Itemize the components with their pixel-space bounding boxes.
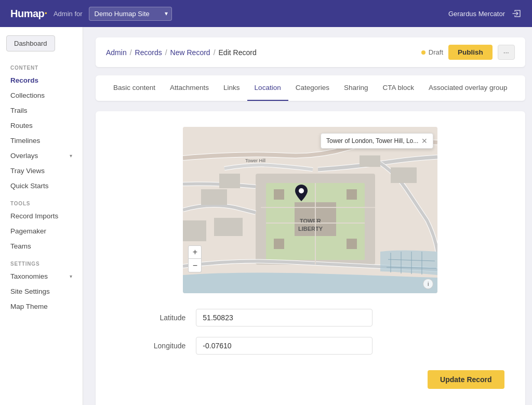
sidebar-item-timelines[interactable]: Timelines [0,133,83,148]
sidebar-item-site-settings[interactable]: Site Settings [0,284,83,299]
top-nav-right: Gerardus Mercator [448,8,522,19]
sidebar-section-content: CONTENT Records Collections Trails Route… [0,58,83,193]
main-content: Admin / Records / New Record / Edit Reco… [83,27,532,405]
sidebar-item-records[interactable]: Records [0,73,83,88]
svg-rect-18 [219,174,240,188]
logout-icon [511,8,522,19]
zoom-out-button[interactable]: − [188,259,202,272]
sidebar-section-tools: TOOLS Record Imports Pagemaker Teams [0,193,83,254]
map-tooltip-text: Tower of London, Tower Hill, Lo... [326,137,418,145]
top-nav-left: Humap· Admin for Demo Humap Site [10,7,172,21]
svg-rect-9 [347,239,357,249]
location-content: Tower Hill Trinity Sq [96,111,525,405]
draft-dot-icon [421,50,425,55]
latitude-input[interactable] [196,309,373,326]
breadcrumb-new-record[interactable]: New Record [170,48,210,57]
tooltip-close-button[interactable]: ✕ [421,137,428,145]
svg-rect-6 [274,189,284,200]
layout: Dashboard CONTENT Records Collections Tr… [0,27,532,405]
sidebar-item-teams[interactable]: Teams [0,239,83,254]
svg-rect-22 [391,167,417,183]
breadcrumb-sep-3: / [214,48,216,57]
more-options-button[interactable]: ··· [498,45,515,60]
taxonomies-arrow-icon: ▾ [70,273,72,279]
svg-rect-20 [214,218,243,236]
admin-for-label: Admin for [54,10,83,18]
map-svg: Tower Hill Trinity Sq [183,127,437,293]
breadcrumb-admin[interactable]: Admin [106,48,127,57]
sidebar-item-collections[interactable]: Collections [0,88,83,103]
longitude-row: Longitude [134,337,487,355]
map-tooltip: Tower of London, Tower Hill, Lo... ✕ [321,133,433,149]
svg-point-24 [299,188,304,193]
site-selector-wrap: Demo Humap Site [89,7,172,21]
update-record-button[interactable]: Update Record [428,370,504,389]
dashboard-button[interactable]: Dashboard [6,35,55,51]
sidebar-item-record-imports[interactable]: Record Imports [0,208,83,224]
site-selector[interactable]: Demo Humap Site [89,7,172,21]
sidebar-section-settings: SETTINGS Taxonomies ▾ Site Settings Map … [0,254,83,314]
sidebar-section-label-tools: TOOLS [0,193,83,208]
top-nav: Humap· Admin for Demo Humap Site Gerardu… [0,0,532,27]
svg-rect-19 [201,189,227,205]
zoom-in-button[interactable]: + [188,245,202,259]
sidebar-item-routes[interactable]: Routes [0,118,83,133]
logo-text: Humap· [10,7,47,20]
sidebar-item-pagemaker[interactable]: Pagemaker [0,224,83,239]
user-name: Gerardus Mercator [448,10,505,18]
sidebar-item-overlays[interactable]: Overlays ▾ [0,148,83,163]
tab-sharing[interactable]: Sharing [337,75,376,101]
svg-rect-21 [183,220,206,241]
page-header-actions: Draft Publish ··· [421,45,515,60]
tab-associated-overlay-group[interactable]: Associated overlay group [421,75,515,101]
page-header-card: Admin / Records / New Record / Edit Reco… [96,37,525,67]
svg-rect-23 [360,155,380,167]
sidebar-item-map-theme[interactable]: Map Theme [0,299,83,314]
sidebar: Dashboard CONTENT Records Collections Tr… [0,27,83,405]
breadcrumb-sep-1: / [130,48,132,57]
svg-text:LIBERTY: LIBERTY [298,226,323,232]
tab-categories[interactable]: Categories [288,75,337,101]
tab-cta-block[interactable]: CTA block [376,75,422,101]
map-pin [295,185,308,205]
breadcrumb: Admin / Records / New Record / Edit Reco… [106,48,257,57]
latitude-label: Latitude [134,313,196,322]
overlays-arrow-icon: ▾ [70,153,72,159]
svg-rect-7 [347,189,357,200]
tab-attachments[interactable]: Attachments [163,75,216,101]
update-record-wrap: Update Record [116,365,504,389]
map-background: Tower Hill Trinity Sq [183,127,437,293]
draft-badge: Draft [421,48,443,56]
breadcrumb-sep-2: / [165,48,167,57]
logo: Humap· [10,7,47,20]
map-zoom-controls: + − [188,245,202,272]
breadcrumb-records[interactable]: Records [135,48,162,57]
publish-button[interactable]: Publish [448,45,493,60]
sidebar-item-tray-views[interactable]: Tray Views [0,163,83,178]
breadcrumb-edit-record: Edit Record [219,48,257,57]
logout-button[interactable] [511,8,522,19]
tabs-card: Basic content Attachments Links Location… [96,75,525,101]
latitude-row: Latitude [134,309,487,326]
sidebar-item-quick-starts[interactable]: Quick Starts [0,178,83,193]
sidebar-item-trails[interactable]: Trails [0,103,83,118]
svg-rect-8 [274,239,284,249]
svg-text:Tower Hill: Tower Hill [245,158,265,163]
longitude-label: Longitude [134,342,196,350]
tab-links[interactable]: Links [216,75,247,101]
sidebar-section-label-settings: SETTINGS [0,254,83,269]
draft-label: Draft [429,48,443,56]
longitude-input[interactable] [196,337,373,355]
sidebar-item-taxonomies[interactable]: Taxonomies ▾ [0,269,83,284]
map-container[interactable]: Tower Hill Trinity Sq [183,127,437,293]
tab-basic-content[interactable]: Basic content [106,75,163,101]
sidebar-section-label-content: CONTENT [0,58,83,73]
tab-location[interactable]: Location [247,75,288,101]
